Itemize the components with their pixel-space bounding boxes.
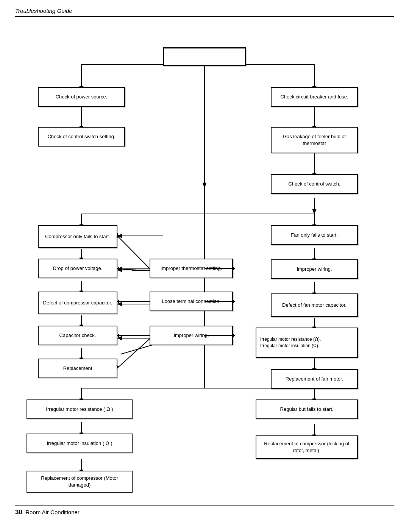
- svg-marker-76: [233, 267, 235, 270]
- box-regular-but-fails: Regular but fails to start.: [256, 399, 358, 419]
- box-irregular-fan: Irregular motor resistance (Ω). Irregula…: [256, 328, 358, 358]
- box-fan-fails: Fan only fails to start.: [271, 225, 358, 245]
- box-defect-compressor-cap: Defect of compressor capacitor.: [38, 292, 117, 314]
- svg-marker-64: [117, 234, 122, 238]
- svg-marker-47: [117, 302, 122, 306]
- box-capacitor-check: Capacitor check.: [38, 326, 117, 345]
- box-replacement-compressor-right: Replacement of compressor (locking of ro…: [256, 435, 358, 459]
- box-replacement-fan-motor: Replacement of fan motor.: [271, 369, 358, 389]
- header-title: Troubleshooting Guide: [15, 8, 72, 14]
- svg-marker-49: [117, 336, 122, 340]
- footer-text: 30 Room Air Conditioner: [15, 509, 80, 516]
- box-improper-wiring-mid: Improper wiring.: [150, 326, 233, 345]
- svg-marker-70: [117, 300, 119, 303]
- svg-marker-45: [117, 268, 122, 272]
- box-check-circuit: Check circuit breaker and fuse.: [271, 87, 358, 107]
- box-drop-voltage: Drop of power voltage.: [38, 259, 117, 278]
- svg-line-65: [118, 237, 150, 268]
- page: Troubleshooting Guide: [0, 0, 409, 532]
- box-check-control-switch2: Check of control switch.: [271, 174, 358, 194]
- svg-marker-16: [312, 209, 316, 214]
- svg-marker-72: [117, 334, 119, 337]
- box-improper-wiring-fan: Improper wiring.: [271, 259, 358, 279]
- box-loose-terminal: Loose terminal connection.: [150, 292, 233, 311]
- header: Troubleshooting Guide: [15, 8, 394, 17]
- footer: 30 Room Air Conditioner: [15, 505, 394, 516]
- svg-marker-68: [117, 267, 119, 271]
- box-replacement: Replacement: [38, 359, 117, 378]
- box-defect-fan-motor-cap: Defect of fan motor capacitor.: [271, 293, 358, 317]
- svg-marker-80: [233, 334, 235, 337]
- box-check-control-switch: Check of control switch setting.: [38, 127, 125, 147]
- box-fails-to-start: [163, 47, 246, 66]
- box-irregular-resistance-bottom: Irregular motor resistance ( Ω ): [27, 399, 133, 419]
- box-replacement-compressor-bottom: Replacement of compressor (Motor damaged…: [27, 471, 133, 493]
- box-irregular-insulation-bottom: Irregular motor insulation ( Ω ): [27, 434, 133, 453]
- box-check-power: Check of power source.: [38, 87, 125, 107]
- svg-marker-78: [233, 300, 235, 303]
- svg-marker-41: [117, 267, 122, 271]
- box-improper-thermostat: Improper thermostat setting.: [150, 259, 233, 278]
- svg-line-73: [118, 339, 150, 367]
- svg-line-67: [118, 269, 150, 271]
- box-compressor-fails: Compressor only fails to start.: [38, 225, 117, 248]
- flowchart: Check of power source. Check of control …: [15, 25, 394, 498]
- svg-marker-7: [203, 183, 206, 187]
- box-gas-leakage: Gas leakage of feeler bulb of thermostat: [271, 127, 358, 153]
